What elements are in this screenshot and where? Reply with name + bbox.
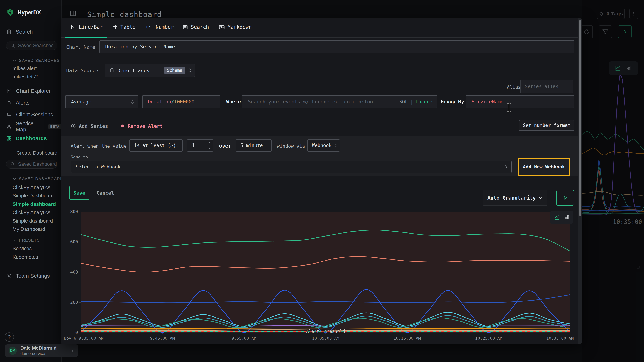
sidebar-item-dashboards[interactable]: Dashboards xyxy=(0,135,61,142)
sql-mode-button[interactable]: SQL xyxy=(399,99,408,105)
y-tick-label: 200 xyxy=(62,300,78,305)
sidebar: HyperDX Search Saved Searches SAVED SEAR… xyxy=(0,0,62,362)
x-tick-label: 10:25:00 AM xyxy=(475,336,502,341)
alert-threshold-label: Alert Threshold xyxy=(306,329,345,334)
hyperdx-logo-icon xyxy=(6,8,14,16)
window-via-label: window via xyxy=(277,144,305,149)
saved-searches-header[interactable]: SAVED SEARCHES xyxy=(12,58,60,63)
sidebar-item-team-settings[interactable]: Team Settings xyxy=(0,272,61,279)
page-title: Simple dashboard xyxy=(87,10,162,18)
alias-input[interactable]: Series alias xyxy=(520,80,573,93)
alert-channel-select[interactable]: Webhook xyxy=(307,139,340,152)
help-button[interactable]: ? xyxy=(5,332,14,342)
field-formula-input[interactable]: Duration/1000000 xyxy=(142,95,220,108)
y-tick-label: 600 xyxy=(62,239,78,244)
sidebar-collapse-icon[interactable] xyxy=(70,10,76,17)
number-spinner[interactable] xyxy=(206,140,213,151)
saved-dashboards-input[interactable]: Saved Dashboards xyxy=(6,160,57,169)
preview-run-button[interactable] xyxy=(556,190,574,206)
chart-type-toggle[interactable] xyxy=(550,211,573,224)
save-button[interactable]: Save xyxy=(70,186,90,200)
alert-condition-select[interactable]: is at least (≥) xyxy=(129,139,183,152)
plus-icon xyxy=(8,151,13,155)
alias-label: Alias xyxy=(507,85,521,90)
set-number-format-button[interactable]: Set number format xyxy=(519,120,574,131)
webhook-select[interactable]: Select a Webhook xyxy=(71,161,512,173)
saved-search-item[interactable]: mikes alert xyxy=(12,66,37,71)
chevron-down-icon xyxy=(538,196,542,199)
search-icon xyxy=(10,43,15,48)
tab-active-indicator xyxy=(65,37,107,38)
remove-alert-button[interactable]: Remove Alert xyxy=(120,123,162,129)
group-by-input[interactable]: ServiceName xyxy=(466,95,574,108)
create-dashboard-button[interactable]: Create Dashboard xyxy=(0,149,61,157)
sidebar-item-search[interactable]: Search xyxy=(0,28,61,35)
gear-icon xyxy=(6,273,12,279)
sidebar-item-service-map[interactable]: Service Map BETA xyxy=(0,123,61,130)
formula-field-token: Duration xyxy=(148,99,171,105)
aggregation-select[interactable]: Average xyxy=(65,95,138,108)
database-icon xyxy=(109,68,114,73)
saved-dashboards-placeholder: Saved Dashboards xyxy=(18,162,57,167)
saved-dashboards-header[interactable]: SAVED DASHBOARD xyxy=(12,177,63,181)
saved-search-item[interactable]: mikes tets2 xyxy=(12,74,38,80)
data-source-select[interactable]: Demo Traces Schema xyxy=(105,64,195,77)
sidebar-item-chart-explorer[interactable]: Chart Explorer xyxy=(0,87,61,95)
user-subtitle: demo-service - xyxy=(20,351,57,356)
sidebar-item-client-sessions[interactable]: Client Sessions xyxy=(0,111,61,118)
tab-search[interactable]: Search xyxy=(183,24,209,30)
saved-dashboard-item[interactable]: ClickPy Analytics xyxy=(12,184,50,190)
plus-circle-icon xyxy=(71,124,76,129)
play-icon xyxy=(562,195,568,200)
preset-item[interactable]: Services xyxy=(12,246,32,251)
select-chevrons-icon xyxy=(334,144,337,147)
chevron-down-icon xyxy=(12,177,16,181)
edit-chart-modal: Line/Bar Table 123 Number Search Markdow… xyxy=(61,18,582,344)
cancel-button[interactable]: Cancel xyxy=(96,186,114,200)
x-tick-label: 9:55:00 AM xyxy=(232,336,256,341)
document-search-icon xyxy=(6,29,12,34)
where-search-input[interactable]: Search your events w/ Lucene ex. column:… xyxy=(242,95,437,108)
chevron-down-icon xyxy=(12,59,16,62)
service-map-icon xyxy=(6,124,12,129)
saved-dashboard-item-active[interactable]: Simple dashboard xyxy=(12,201,56,207)
alert-window-select[interactable]: 5 minute xyxy=(236,139,272,152)
modal-scrollbar-thumb[interactable] xyxy=(579,20,582,216)
bell-icon xyxy=(120,124,125,129)
add-new-webhook-button[interactable]: Add New Webhook xyxy=(518,158,570,176)
chart-name-label: Chart Name xyxy=(66,44,95,50)
presets-header[interactable]: PRESETS xyxy=(12,238,40,243)
y-tick-label: 0 xyxy=(62,330,78,335)
lucene-mode-button[interactable]: Lucene xyxy=(416,99,432,105)
select-chevrons-icon xyxy=(188,68,192,73)
where-label: Where xyxy=(226,99,241,104)
chart-name-input[interactable]: Duration by Service Name xyxy=(100,40,574,53)
saved-dashboard-item[interactable]: Simple dashboard xyxy=(12,218,53,224)
tab-table[interactable]: Table xyxy=(112,24,136,30)
tab-markdown[interactable]: Markdown xyxy=(219,24,252,30)
saved-dashboard-item[interactable]: My Dashboard xyxy=(12,226,45,232)
dashboards-grid-icon xyxy=(6,136,12,141)
saved-dashboard-item[interactable]: ClickPy Analytics xyxy=(12,210,50,215)
add-series-button[interactable]: Add Series xyxy=(71,123,108,129)
line-chart-icon xyxy=(554,214,560,220)
tab-line-bar[interactable]: Line/Bar xyxy=(70,24,103,30)
chevron-right-icon xyxy=(70,349,74,353)
sidebar-item-alerts[interactable]: Alerts xyxy=(0,99,61,106)
search-list-icon xyxy=(183,24,188,30)
modal-dim-overlay xyxy=(582,0,644,362)
formula-operator-token: / xyxy=(171,99,174,105)
user-card[interactable]: DM Dale McDiarmid demo-service - xyxy=(5,345,78,357)
tab-number[interactable]: 123 Number xyxy=(146,24,174,30)
granularity-select[interactable]: Auto Granularity xyxy=(483,190,548,206)
saved-dashboard-item[interactable]: Simple Dashboard xyxy=(12,193,54,198)
app-logo-text: HyperDX xyxy=(18,9,41,16)
saved-searches-input[interactable]: Saved Searches xyxy=(6,41,57,50)
spinner-down-icon xyxy=(208,148,211,149)
preset-item[interactable]: Kubernetes xyxy=(12,254,38,260)
alert-value-input[interactable]: 1 xyxy=(187,139,213,152)
line-chart-icon xyxy=(6,88,12,94)
markdown-icon xyxy=(219,24,225,30)
bar-chart-icon xyxy=(564,214,570,220)
select-chevrons-icon xyxy=(131,100,134,104)
